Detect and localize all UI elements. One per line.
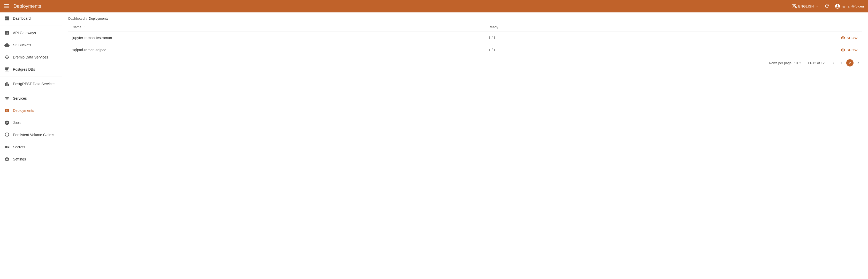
divider-1 [0, 26, 62, 26]
hamburger-menu-button[interactable] [4, 4, 9, 8]
eye-icon [841, 35, 845, 40]
deployments-table: Name ↑ Ready jupyter-raman-testraman 1 /… [68, 23, 862, 56]
cell-actions: SHOW [641, 44, 862, 56]
divider-3 [0, 91, 62, 91]
breadcrumb-separator: / [86, 17, 87, 21]
column-header-name[interactable]: Name ↑ [68, 23, 485, 32]
sidebar-label-postgres: Postgres DBs [13, 67, 35, 72]
pvc-icon [4, 132, 10, 138]
show-button[interactable]: SHOW [645, 48, 858, 52]
deployments-icon [4, 108, 10, 113]
page-2-button[interactable]: 2 [846, 59, 854, 66]
sidebar-item-dremio[interactable]: Dremio Data Services [0, 51, 62, 63]
sidebar-item-pvc[interactable]: Persistent Volume Claims [0, 129, 62, 141]
settings-icon [4, 156, 10, 162]
dashboard-icon [4, 16, 10, 21]
pagination: Rows per page: 10 11-12 of 12 1 2 [62, 56, 868, 69]
secrets-icon [4, 144, 10, 150]
page-1-button[interactable]: 1 [838, 59, 845, 66]
sidebar-label-pvc: Persistent Volume Claims [13, 133, 54, 137]
language-selector[interactable]: ENGLISH [792, 4, 819, 9]
sidebar: Dashboard API Gateways S3 Buckets Dremio… [0, 12, 62, 279]
api-icon [4, 30, 10, 36]
bucket-icon [4, 42, 10, 48]
sidebar-item-s3-buckets[interactable]: S3 Buckets [0, 39, 62, 51]
prev-page-button[interactable] [830, 59, 837, 66]
sidebar-item-deployments[interactable]: Deployments [0, 105, 62, 117]
sidebar-item-secrets[interactable]: Secrets [0, 141, 62, 153]
chevron-down-icon [815, 4, 819, 8]
sort-asc-icon: ↑ [83, 25, 85, 29]
sidebar-item-postgres[interactable]: Postgres DBs [0, 63, 62, 76]
sidebar-label-deployments: Deployments [13, 108, 34, 113]
sidebar-label-settings: Settings [13, 157, 26, 161]
refresh-button[interactable] [824, 4, 830, 9]
link-icon [4, 95, 10, 101]
cell-name: jupyter-raman-testraman [68, 32, 485, 44]
sidebar-item-dashboard[interactable]: Dashboard [0, 12, 62, 25]
deployments-table-container: Name ↑ Ready jupyter-raman-testraman 1 /… [62, 23, 868, 56]
sidebar-label-s3-buckets: S3 Buckets [13, 43, 31, 47]
sidebar-label-jobs: Jobs [13, 120, 21, 125]
rows-per-page-label: Rows per page: [769, 61, 793, 65]
topbar: Deployments ENGLISH raman@fbk.eu [0, 0, 868, 12]
page-range-info: 11-12 of 12 [807, 61, 825, 65]
cell-ready: 1 / 1 [485, 32, 641, 44]
column-header-actions [641, 23, 862, 32]
postgres-icon [4, 66, 10, 72]
show-button[interactable]: SHOW [645, 35, 858, 40]
rows-per-page-container: Rows per page: 10 [769, 61, 803, 65]
eye-icon [841, 48, 845, 52]
table-row: jupyter-raman-testraman 1 / 1 SHOW [68, 32, 862, 44]
sidebar-label-postgrest: PostgREST Data Services [13, 82, 55, 86]
topbar-right: ENGLISH raman@fbk.eu [792, 3, 864, 9]
sidebar-item-services[interactable]: Services [0, 92, 62, 105]
table-row: sqlpad-raman-sqlpad 1 / 1 SHOW [68, 44, 862, 56]
next-page-button[interactable] [855, 59, 862, 66]
translate-icon [792, 4, 797, 9]
main-layout: Dashboard API Gateways S3 Buckets Dremio… [0, 12, 868, 279]
sidebar-label-dashboard: Dashboard [13, 16, 31, 21]
column-header-ready: Ready [485, 23, 641, 32]
content-area: Dashboard / Deployments Name ↑ Ready [62, 12, 868, 279]
breadcrumb-home-link[interactable]: Dashboard [68, 17, 85, 21]
cell-name: sqlpad-raman-sqlpad [68, 44, 485, 56]
breadcrumb: Dashboard / Deployments [62, 12, 868, 23]
page-navigation: 1 2 [830, 59, 862, 66]
chevron-down-small-icon [798, 61, 802, 65]
dremio-icon [4, 54, 10, 60]
topbar-left: Deployments [4, 4, 41, 9]
sidebar-item-jobs[interactable]: Jobs [0, 117, 62, 129]
sidebar-item-postgrest[interactable]: PostgREST Data Services [0, 78, 62, 90]
divider-2 [0, 77, 62, 77]
sidebar-label-secrets: Secrets [13, 145, 25, 149]
sidebar-label-api-gateways: API Gateways [13, 31, 36, 35]
account-circle-icon [835, 3, 840, 9]
breadcrumb-current: Deployments [89, 17, 108, 21]
sidebar-label-services: Services [13, 96, 27, 101]
table-header-row: Name ↑ Ready [68, 23, 862, 32]
sidebar-item-settings[interactable]: Settings [0, 153, 62, 165]
user-email: raman@fbk.eu [842, 4, 864, 8]
rows-per-page-select[interactable]: 10 [794, 61, 802, 65]
sidebar-label-dremio: Dremio Data Services [13, 55, 48, 59]
cell-actions: SHOW [641, 32, 862, 44]
sidebar-item-api-gateways[interactable]: API Gateways [0, 27, 62, 39]
lang-label: ENGLISH [798, 4, 814, 8]
rows-per-page-value: 10 [794, 61, 798, 65]
account-menu[interactable]: raman@fbk.eu [835, 3, 864, 9]
jobs-icon [4, 120, 10, 125]
app-title: Deployments [13, 4, 41, 9]
postgrest-icon [4, 81, 10, 87]
cell-ready: 1 / 1 [485, 44, 641, 56]
